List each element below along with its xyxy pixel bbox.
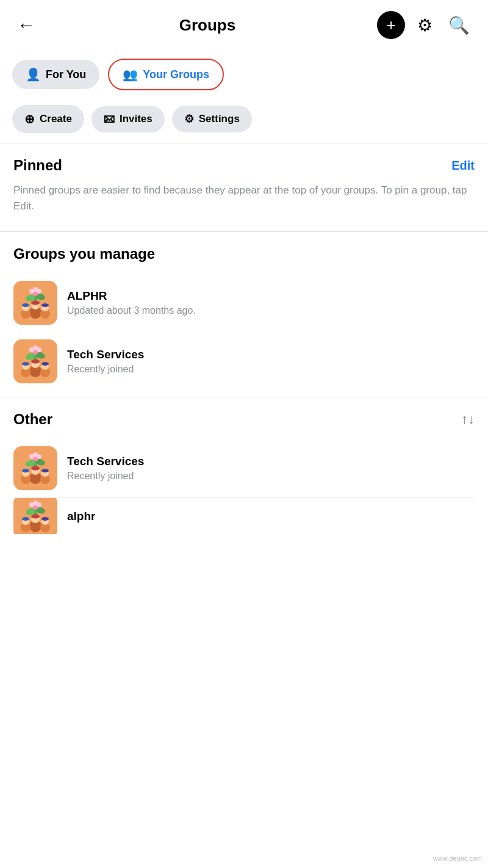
svg-point-14 [22,303,29,307]
group-name-tech-services-2: Tech Services [67,455,144,468]
create-label: Create [40,113,72,125]
create-icon: ⊕ [24,112,35,126]
app-header: ← Groups + ⚙ 🔍 [0,0,488,50]
svg-point-33 [41,362,49,366]
settings-action-label: Settings [199,113,240,125]
groups-manage-title: Groups you manage [13,245,475,262]
group-info-tech-services-1: Tech Services Recently joined [67,348,144,375]
pinned-description: Pinned groups are easier to find because… [13,183,475,225]
tab-your-groups[interactable]: 👥 Your Groups [108,59,224,90]
group-sub-tech-services-1: Recently joined [67,364,144,375]
group-item-tech-services-2[interactable]: Tech Services Recently joined [13,439,475,497]
settings-button[interactable]: ⚙ [411,11,439,39]
svg-point-67 [41,517,49,521]
group-item-alphr[interactable]: ALPHR Updated about 3 months ago. [13,273,475,332]
group-sub-alphr: Updated about 3 months ago. [67,305,196,316]
settings-icon: ⚙ [417,15,432,35]
group-info-alphr: ALPHR Updated about 3 months ago. [67,289,196,316]
pinned-edit-button[interactable]: Edit [451,159,475,173]
svg-point-26 [29,347,34,352]
add-group-button[interactable]: + [377,11,405,39]
invites-button[interactable]: 🖂 Invites [92,106,165,132]
group-sub-tech-services-2: Recently joined [67,471,144,482]
group-name-alphr-2: alphr [67,510,95,523]
pinned-section: Pinned Edit Pinned groups are easier to … [0,143,488,231]
header-icons: + ⚙ 🔍 [377,11,473,39]
pinned-title: Pinned [13,157,62,174]
create-button[interactable]: ⊕ Create [12,105,84,133]
svg-point-16 [41,303,49,307]
pinned-header: Pinned Edit [13,157,475,174]
search-icon: 🔍 [448,15,470,35]
group-avatar-tech-services-1 [13,339,57,383]
other-header: Other ↑↓ [13,411,475,428]
person-icon: 👤 [26,67,41,82]
sort-icon[interactable]: ↑↓ [461,411,475,427]
back-button[interactable]: ← [15,12,38,38]
page-title: Groups [179,16,235,35]
group-avatar-alphr-2 [13,497,57,534]
tab-for-you-label: For You [46,68,86,81]
svg-point-32 [31,359,40,363]
svg-point-50 [41,469,49,472]
group-info-alphr-2: alphr [67,510,95,523]
group-avatar-tech-services-2 [13,446,57,490]
svg-point-49 [31,466,40,471]
other-section: Other ↑↓ [0,397,488,540]
back-icon: ← [17,15,35,35]
watermark: www.deuac.com [433,855,482,862]
group-name-tech-services-1: Tech Services [67,348,144,361]
invites-label: Invites [120,113,152,125]
tab-row: 👤 For You 👥 Your Groups [0,50,488,99]
svg-point-44 [37,454,41,459]
group-icon: 👥 [123,67,138,82]
svg-point-66 [31,514,40,518]
groups-you-manage-section: Groups you manage [0,232,488,397]
svg-point-15 [31,300,40,305]
action-row: ⊕ Create 🖂 Invites ⚙ Settings [0,99,488,143]
svg-point-61 [37,502,41,507]
tab-your-groups-label: Your Groups [143,68,209,81]
svg-point-48 [22,469,29,472]
group-name-alphr: ALPHR [67,289,196,303]
svg-point-65 [22,517,29,521]
group-info-tech-services-2: Tech Services Recently joined [67,455,144,482]
add-icon: + [386,16,395,35]
svg-point-31 [22,362,29,366]
svg-point-60 [29,502,34,507]
svg-point-27 [37,347,41,352]
svg-point-10 [37,289,41,294]
group-item-alphr-2[interactable]: alphr [13,497,475,534]
tab-for-you[interactable]: 👤 For You [12,60,99,89]
other-title: Other [13,411,52,428]
group-item-tech-services-1[interactable]: Tech Services Recently joined [13,332,475,391]
group-avatar-alphr [13,281,57,325]
settings-action-button[interactable]: ⚙ Settings [172,106,252,132]
svg-point-9 [29,289,34,294]
svg-point-43 [29,454,34,459]
search-button[interactable]: 🔍 [445,11,473,39]
invites-icon: 🖂 [104,113,115,126]
settings-action-icon: ⚙ [184,112,194,126]
